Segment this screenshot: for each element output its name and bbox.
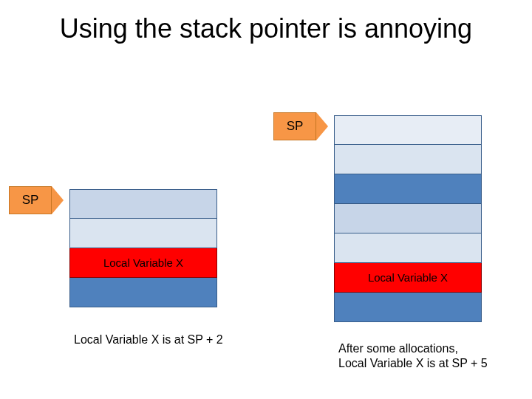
stack-slot <box>69 189 217 219</box>
stack-left: Local Variable X <box>69 189 217 307</box>
caption-right-line1: After some allocations, <box>338 341 458 356</box>
stack-slot <box>334 204 482 233</box>
sp-pointer-right: SP <box>273 112 328 140</box>
stack-slot <box>334 174 482 204</box>
sp-arrow-left-icon <box>52 186 64 214</box>
caption-left: Local Variable X is at SP + 2 <box>74 332 223 347</box>
page-title: Using the stack pointer is annoying <box>0 13 532 44</box>
sp-pointer-left: SP <box>9 186 64 214</box>
sp-arrow-right-icon <box>316 112 328 140</box>
sp-label-right: SP <box>273 112 316 140</box>
stack-right: Local Variable X <box>334 115 482 322</box>
sp-label-left: SP <box>9 186 52 214</box>
stack-slot <box>69 278 217 307</box>
stack-slot <box>69 219 217 248</box>
stack-slot <box>334 293 482 322</box>
stack-slot: Local Variable X <box>69 248 217 278</box>
stack-slot <box>334 233 482 263</box>
stack-slot <box>334 145 482 174</box>
stack-slot <box>334 115 482 145</box>
caption-right-line2: Local Variable X is at SP + 5 <box>338 356 488 371</box>
stack-slot: Local Variable X <box>334 263 482 293</box>
